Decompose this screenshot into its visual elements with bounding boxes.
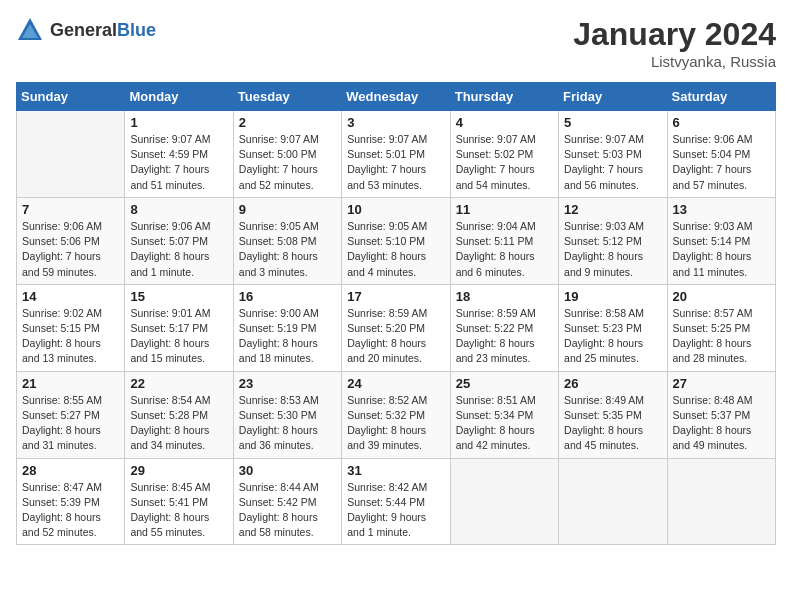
day-cell: 6Sunrise: 9:06 AM Sunset: 5:04 PM Daylig…: [667, 111, 775, 198]
day-number: 7: [22, 202, 119, 217]
week-row-3: 14Sunrise: 9:02 AM Sunset: 5:15 PM Dayli…: [17, 284, 776, 371]
day-number: 14: [22, 289, 119, 304]
day-cell: [667, 458, 775, 545]
day-number: 29: [130, 463, 227, 478]
day-cell: 1Sunrise: 9:07 AM Sunset: 4:59 PM Daylig…: [125, 111, 233, 198]
day-info: Sunrise: 9:07 AM Sunset: 4:59 PM Dayligh…: [130, 132, 227, 193]
day-info: Sunrise: 8:47 AM Sunset: 5:39 PM Dayligh…: [22, 480, 119, 541]
logo-general-text: General: [50, 20, 117, 40]
day-info: Sunrise: 9:05 AM Sunset: 5:08 PM Dayligh…: [239, 219, 336, 280]
day-info: Sunrise: 9:05 AM Sunset: 5:10 PM Dayligh…: [347, 219, 444, 280]
day-info: Sunrise: 8:59 AM Sunset: 5:22 PM Dayligh…: [456, 306, 553, 367]
day-cell: 11Sunrise: 9:04 AM Sunset: 5:11 PM Dayli…: [450, 197, 558, 284]
day-cell: 14Sunrise: 9:02 AM Sunset: 5:15 PM Dayli…: [17, 284, 125, 371]
day-number: 4: [456, 115, 553, 130]
logo-icon: [16, 16, 44, 44]
day-number: 10: [347, 202, 444, 217]
logo: GeneralBlue: [16, 16, 156, 44]
day-number: 3: [347, 115, 444, 130]
day-cell: 22Sunrise: 8:54 AM Sunset: 5:28 PM Dayli…: [125, 371, 233, 458]
day-cell: 21Sunrise: 8:55 AM Sunset: 5:27 PM Dayli…: [17, 371, 125, 458]
day-number: 16: [239, 289, 336, 304]
day-cell: 2Sunrise: 9:07 AM Sunset: 5:00 PM Daylig…: [233, 111, 341, 198]
day-info: Sunrise: 9:07 AM Sunset: 5:02 PM Dayligh…: [456, 132, 553, 193]
day-cell: 7Sunrise: 9:06 AM Sunset: 5:06 PM Daylig…: [17, 197, 125, 284]
day-info: Sunrise: 8:45 AM Sunset: 5:41 PM Dayligh…: [130, 480, 227, 541]
weekday-header-saturday: Saturday: [667, 83, 775, 111]
weekday-header-tuesday: Tuesday: [233, 83, 341, 111]
day-number: 20: [673, 289, 770, 304]
day-info: Sunrise: 9:07 AM Sunset: 5:01 PM Dayligh…: [347, 132, 444, 193]
day-cell: 16Sunrise: 9:00 AM Sunset: 5:19 PM Dayli…: [233, 284, 341, 371]
day-number: 27: [673, 376, 770, 391]
day-info: Sunrise: 8:51 AM Sunset: 5:34 PM Dayligh…: [456, 393, 553, 454]
day-number: 31: [347, 463, 444, 478]
day-cell: [17, 111, 125, 198]
day-number: 25: [456, 376, 553, 391]
day-number: 24: [347, 376, 444, 391]
day-number: 22: [130, 376, 227, 391]
weekday-header-row: SundayMondayTuesdayWednesdayThursdayFrid…: [17, 83, 776, 111]
day-info: Sunrise: 8:59 AM Sunset: 5:20 PM Dayligh…: [347, 306, 444, 367]
day-info: Sunrise: 8:49 AM Sunset: 5:35 PM Dayligh…: [564, 393, 661, 454]
day-info: Sunrise: 8:52 AM Sunset: 5:32 PM Dayligh…: [347, 393, 444, 454]
day-number: 19: [564, 289, 661, 304]
day-cell: 25Sunrise: 8:51 AM Sunset: 5:34 PM Dayli…: [450, 371, 558, 458]
week-row-4: 21Sunrise: 8:55 AM Sunset: 5:27 PM Dayli…: [17, 371, 776, 458]
day-number: 18: [456, 289, 553, 304]
logo-blue-text: Blue: [117, 20, 156, 40]
day-cell: 28Sunrise: 8:47 AM Sunset: 5:39 PM Dayli…: [17, 458, 125, 545]
day-cell: 31Sunrise: 8:42 AM Sunset: 5:44 PM Dayli…: [342, 458, 450, 545]
day-number: 5: [564, 115, 661, 130]
day-cell: 15Sunrise: 9:01 AM Sunset: 5:17 PM Dayli…: [125, 284, 233, 371]
title-block: January 2024 Listvyanka, Russia: [573, 16, 776, 70]
day-number: 11: [456, 202, 553, 217]
day-number: 8: [130, 202, 227, 217]
day-number: 17: [347, 289, 444, 304]
day-number: 6: [673, 115, 770, 130]
day-cell: 19Sunrise: 8:58 AM Sunset: 5:23 PM Dayli…: [559, 284, 667, 371]
day-cell: 18Sunrise: 8:59 AM Sunset: 5:22 PM Dayli…: [450, 284, 558, 371]
day-number: 2: [239, 115, 336, 130]
location-subtitle: Listvyanka, Russia: [573, 53, 776, 70]
day-number: 23: [239, 376, 336, 391]
day-info: Sunrise: 8:42 AM Sunset: 5:44 PM Dayligh…: [347, 480, 444, 541]
day-info: Sunrise: 9:04 AM Sunset: 5:11 PM Dayligh…: [456, 219, 553, 280]
day-cell: 4Sunrise: 9:07 AM Sunset: 5:02 PM Daylig…: [450, 111, 558, 198]
day-number: 9: [239, 202, 336, 217]
day-number: 1: [130, 115, 227, 130]
day-info: Sunrise: 9:07 AM Sunset: 5:00 PM Dayligh…: [239, 132, 336, 193]
day-cell: 13Sunrise: 9:03 AM Sunset: 5:14 PM Dayli…: [667, 197, 775, 284]
day-info: Sunrise: 9:06 AM Sunset: 5:04 PM Dayligh…: [673, 132, 770, 193]
day-cell: 10Sunrise: 9:05 AM Sunset: 5:10 PM Dayli…: [342, 197, 450, 284]
day-cell: [450, 458, 558, 545]
month-year-title: January 2024: [573, 16, 776, 53]
week-row-1: 1Sunrise: 9:07 AM Sunset: 4:59 PM Daylig…: [17, 111, 776, 198]
day-info: Sunrise: 8:53 AM Sunset: 5:30 PM Dayligh…: [239, 393, 336, 454]
day-info: Sunrise: 9:02 AM Sunset: 5:15 PM Dayligh…: [22, 306, 119, 367]
day-cell: 5Sunrise: 9:07 AM Sunset: 5:03 PM Daylig…: [559, 111, 667, 198]
day-info: Sunrise: 8:58 AM Sunset: 5:23 PM Dayligh…: [564, 306, 661, 367]
day-cell: 26Sunrise: 8:49 AM Sunset: 5:35 PM Dayli…: [559, 371, 667, 458]
day-info: Sunrise: 8:55 AM Sunset: 5:27 PM Dayligh…: [22, 393, 119, 454]
day-cell: 24Sunrise: 8:52 AM Sunset: 5:32 PM Dayli…: [342, 371, 450, 458]
day-info: Sunrise: 8:54 AM Sunset: 5:28 PM Dayligh…: [130, 393, 227, 454]
day-info: Sunrise: 9:06 AM Sunset: 5:06 PM Dayligh…: [22, 219, 119, 280]
day-info: Sunrise: 8:57 AM Sunset: 5:25 PM Dayligh…: [673, 306, 770, 367]
day-info: Sunrise: 8:44 AM Sunset: 5:42 PM Dayligh…: [239, 480, 336, 541]
day-number: 12: [564, 202, 661, 217]
day-number: 13: [673, 202, 770, 217]
day-cell: 9Sunrise: 9:05 AM Sunset: 5:08 PM Daylig…: [233, 197, 341, 284]
day-cell: 17Sunrise: 8:59 AM Sunset: 5:20 PM Dayli…: [342, 284, 450, 371]
day-cell: [559, 458, 667, 545]
page-header: GeneralBlue January 2024 Listvyanka, Rus…: [16, 16, 776, 70]
weekday-header-friday: Friday: [559, 83, 667, 111]
day-info: Sunrise: 9:01 AM Sunset: 5:17 PM Dayligh…: [130, 306, 227, 367]
day-info: Sunrise: 9:07 AM Sunset: 5:03 PM Dayligh…: [564, 132, 661, 193]
weekday-header-wednesday: Wednesday: [342, 83, 450, 111]
day-cell: 29Sunrise: 8:45 AM Sunset: 5:41 PM Dayli…: [125, 458, 233, 545]
day-cell: 8Sunrise: 9:06 AM Sunset: 5:07 PM Daylig…: [125, 197, 233, 284]
weekday-header-monday: Monday: [125, 83, 233, 111]
weekday-header-thursday: Thursday: [450, 83, 558, 111]
day-cell: 27Sunrise: 8:48 AM Sunset: 5:37 PM Dayli…: [667, 371, 775, 458]
